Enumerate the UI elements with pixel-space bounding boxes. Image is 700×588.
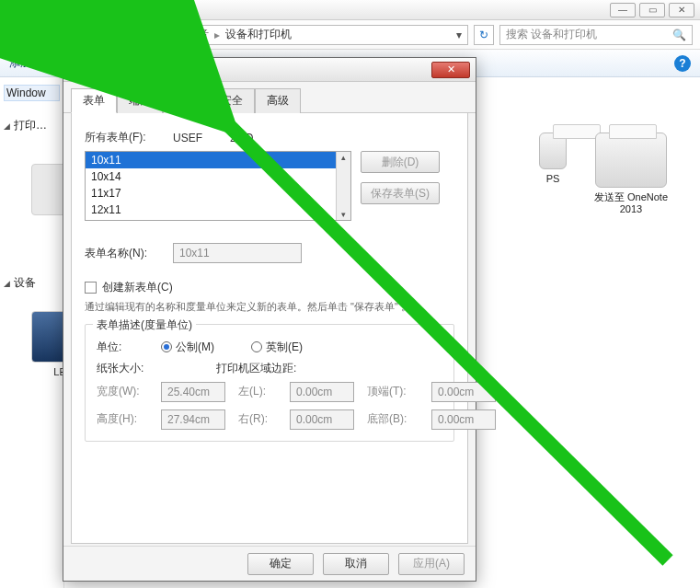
folder-icon: 🖿 [65, 29, 76, 41]
dimensions-grid: 宽度(W): 左(L): 顶端(T): 高度(H): 右(R): 底部(B): [97, 382, 442, 430]
forward-button[interactable] [33, 25, 53, 45]
window-controls: — ▭ ✕ [0, 0, 700, 20]
breadcrumb[interactable]: 硬件和声音 [154, 27, 209, 42]
list-item[interactable]: 10x14 [86, 168, 350, 185]
list-item[interactable]: 11x17 [86, 185, 350, 202]
dialog-buttons: 确定 取消 应用(A) [63, 546, 476, 581]
ok-button[interactable]: 确定 [247, 553, 314, 575]
printer-icon [539, 133, 567, 169]
all-forms-value: USEF 24ID [173, 132, 253, 144]
tree-row[interactable]: Window [4, 85, 60, 101]
delete-button[interactable]: 删除(D) [361, 151, 440, 173]
all-forms-label: 所有表单(F): [85, 130, 164, 145]
maximize-button[interactable]: ▭ [639, 3, 665, 17]
tab-ports[interactable]: 端口 [117, 88, 163, 113]
refresh-button[interactable]: ↻ [474, 25, 494, 45]
help-icon[interactable]: ? [674, 55, 691, 72]
width-input[interactable] [161, 382, 225, 402]
printer-item[interactable]: PS [534, 133, 571, 215]
tree-row[interactable]: ◢ 打印… [4, 118, 60, 133]
collapse-icon: ◢ [4, 279, 10, 288]
chevron-right-icon: ▸ [143, 29, 148, 41]
form-name-label: 表单名称(N): [85, 246, 164, 261]
chevron-right-icon: ▸ [82, 29, 87, 41]
address-bar[interactable]: 🖿 ▸ 控制面板 ▸ 硬件和声音 ▸ 设备和打印机 ▾ [59, 25, 468, 45]
scrollbar[interactable]: ▴ ▾ [336, 152, 350, 220]
paper-size-label: 纸张大小: [97, 361, 207, 376]
tree-label: Window [6, 86, 46, 99]
height-label: 高度(H): [97, 411, 154, 427]
list-item[interactable]: 10x11 [86, 152, 350, 168]
scroll-down-icon[interactable]: ▾ [341, 209, 346, 220]
dialog-title: 打印服务器 属性 [87, 62, 426, 77]
tree-label: 打印… [14, 118, 47, 133]
close-button[interactable]: ✕ [669, 3, 694, 17]
dialog-titlebar[interactable]: 打印服务器 属性 ✕ [63, 58, 476, 82]
tab-drivers[interactable]: 驱… [163, 88, 209, 113]
device-label: PS [546, 173, 560, 185]
bottom-label: 底部(B): [367, 411, 424, 427]
left-input[interactable] [290, 382, 354, 402]
forms-listbox[interactable]: 10x11 10x14 11x17 12x11 ▴ ▾ [85, 151, 351, 221]
unit-label: 单位: [97, 340, 152, 355]
group-legend: 表单描述(度量单位) [93, 317, 196, 333]
margins-label: 打印机区域边距: [216, 361, 296, 376]
radio-icon [161, 341, 172, 352]
checkbox-icon [85, 282, 97, 294]
apply-button[interactable]: 应用(A) [398, 553, 465, 575]
radio-label: 公制(M) [176, 340, 214, 355]
dropdown-icon[interactable]: ▾ [456, 29, 462, 41]
cancel-button[interactable]: 取消 [323, 553, 389, 575]
tab-advanced[interactable]: 高级 [255, 88, 301, 113]
toolbar-add-device[interactable]: 添加设… [9, 55, 53, 71]
back-button[interactable] [7, 25, 28, 45]
breadcrumb[interactable]: 控制面板 [93, 27, 137, 42]
radio-icon [251, 341, 262, 352]
scroll-up-icon[interactable]: ▴ [341, 152, 346, 163]
search-placeholder: 搜索 设备和打印机 [506, 27, 597, 42]
chevron-right-icon: ▸ [214, 29, 220, 41]
breadcrumb[interactable]: 设备和打印机 [225, 27, 292, 42]
hint-text: 通过编辑现有的名称和度量单位来定义新的表单。然后单击 "保存表单" 。 [85, 299, 454, 315]
close-button[interactable]: ✕ [431, 62, 470, 78]
checkbox-label: 创建新表单(C) [102, 280, 173, 295]
form-name-input[interactable] [173, 243, 302, 263]
create-new-form-checkbox[interactable]: 创建新表单(C) [85, 280, 454, 295]
left-label: 左(L): [238, 384, 282, 399]
form-description-group: 表单描述(度量单位) 单位: 公制(M) 英制(E) 纸张大小: 打印机区域边距… [85, 324, 454, 442]
unit-metric-radio[interactable]: 公制(M) [161, 340, 214, 355]
minimize-button[interactable]: — [610, 3, 636, 17]
nav-bar: 🖿 ▸ 控制面板 ▸ 硬件和声音 ▸ 设备和打印机 ▾ ↻ 搜索 设备和打印机 … [0, 20, 700, 50]
search-input[interactable]: 搜索 设备和打印机 🔍 [499, 25, 693, 45]
tab-strip: 表单 端口 驱… 安全 高级 [63, 82, 476, 113]
tab-forms[interactable]: 表单 [71, 88, 117, 113]
tab-panel-forms: 所有表单(F): USEF 24ID 10x11 10x14 11x17 12x… [71, 113, 468, 544]
unit-english-radio[interactable]: 英制(E) [251, 340, 303, 355]
height-input[interactable] [161, 409, 225, 430]
right-input[interactable] [290, 409, 354, 430]
top-label: 顶端(T): [367, 384, 424, 399]
radio-label: 英制(E) [266, 340, 303, 355]
width-label: 宽度(W): [97, 384, 154, 399]
print-server-properties-dialog: 打印服务器 属性 ✕ 表单 端口 驱… 安全 高级 所有表单(F): USEF … [63, 57, 476, 582]
printer-item[interactable]: 发送至 OneNote 2013 [590, 133, 672, 215]
printer-icon [69, 63, 82, 76]
top-input[interactable] [431, 382, 496, 402]
bottom-input[interactable] [431, 409, 496, 430]
collapse-icon: ◢ [4, 121, 10, 131]
search-icon: 🔍 [672, 29, 686, 41]
tree-label: 设备 [14, 275, 36, 291]
list-item[interactable]: 12x11 [86, 202, 350, 218]
right-label: 右(R): [238, 411, 282, 427]
printer-icon [595, 133, 667, 188]
tab-security[interactable]: 安全 [209, 88, 255, 113]
device-label: 发送至 OneNote 2013 [590, 191, 672, 215]
save-form-button[interactable]: 保存表单(S) [361, 182, 440, 204]
tree-row[interactable]: ◢ 设备 [4, 275, 60, 291]
